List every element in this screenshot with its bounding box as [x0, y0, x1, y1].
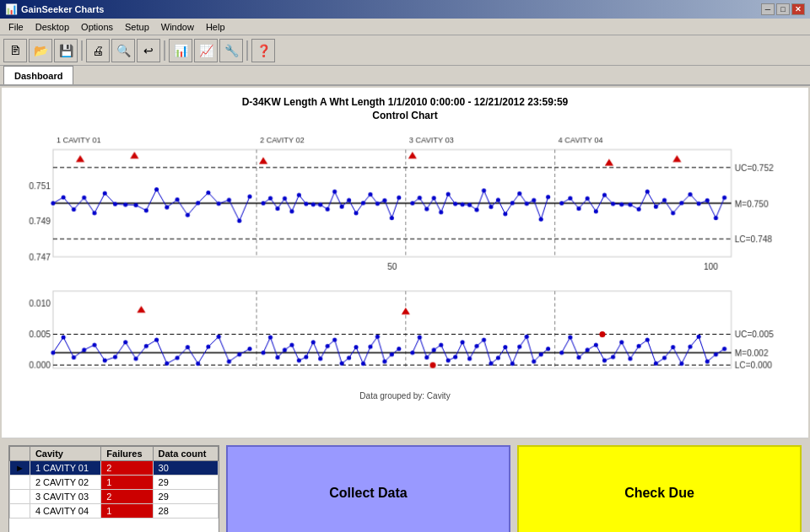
check-due-button[interactable]: Check Due: [517, 445, 802, 532]
row-failures: 1: [101, 504, 153, 519]
row-datacount: 29: [153, 476, 218, 490]
toolbar-btn-5[interactable]: ↩: [137, 39, 160, 62]
toolbar-btn-1[interactable]: 🖹: [3, 39, 27, 62]
toolbar-separator-1: [81, 40, 83, 61]
data-table-container: Cavity Failures Data count ►1 CAVITY 012…: [8, 445, 219, 532]
menu-bar: File Desktop Options Setup Window Help: [0, 19, 810, 35]
row-indicator: [10, 476, 30, 490]
col-cavity: Cavity: [30, 447, 100, 461]
toolbar-btn-8[interactable]: 🔧: [219, 39, 243, 62]
row-failures: 1: [101, 476, 153, 490]
row-datacount: 29: [153, 490, 218, 504]
row-indicator: ►: [10, 461, 30, 476]
table-row[interactable]: 2 CAVITY 02129: [10, 476, 219, 490]
tab-dashboard[interactable]: Dashboard: [3, 66, 73, 84]
table-row[interactable]: 3 CAVITY 03229: [10, 490, 219, 504]
chart-subtitle: Control Chart: [372, 110, 437, 121]
bottom-panel: Cavity Failures Data count ►1 CAVITY 012…: [2, 438, 808, 532]
row-cavity: 2 CAVITY 02: [30, 476, 100, 490]
app-title: GainSeeker Charts: [21, 4, 104, 14]
toolbar-btn-print[interactable]: 🖨: [86, 39, 110, 62]
table-row[interactable]: ►1 CAVITY 01230: [10, 461, 219, 476]
close-button[interactable]: ✕: [791, 3, 805, 15]
menu-desktop[interactable]: Desktop: [30, 20, 74, 34]
toolbar-btn-2[interactable]: 📂: [29, 39, 52, 62]
row-failures: 2: [101, 490, 153, 504]
toolbar-btn-4[interactable]: 🔍: [111, 39, 135, 62]
title-bar: 📊 GainSeeker Charts ─ □ ✕: [0, 0, 810, 19]
upper-chart: [10, 128, 800, 278]
collect-data-button[interactable]: Collect Data: [226, 445, 510, 532]
row-cavity: 4 CAVITY 04: [30, 504, 100, 519]
app-icon: 📊: [5, 3, 18, 15]
row-indicator: [10, 490, 30, 504]
data-table: Cavity Failures Data count ►1 CAVITY 012…: [9, 446, 219, 519]
menu-options[interactable]: Options: [76, 20, 118, 34]
col-indicator: [10, 447, 30, 461]
menu-help[interactable]: Help: [201, 20, 230, 34]
table-row[interactable]: 4 CAVITY 04128: [10, 504, 219, 519]
menu-window[interactable]: Window: [156, 20, 199, 34]
data-grouped-label: Data grouped by: Cavity: [359, 391, 450, 400]
charts-container: [10, 128, 800, 390]
menu-file[interactable]: File: [3, 20, 29, 34]
toolbar-separator-3: [246, 40, 248, 61]
toolbar-btn-7[interactable]: 📈: [194, 39, 218, 62]
row-failures: 2: [101, 461, 153, 476]
toolbar: 🖹 📂 💾 🖨 🔍 ↩ 📊 📈 🔧 ❓: [0, 35, 810, 66]
toolbar-separator-2: [164, 40, 165, 61]
col-datacount: Data count: [153, 447, 218, 461]
toolbar-btn-3[interactable]: 💾: [54, 39, 78, 62]
row-cavity: 1 CAVITY 01: [30, 461, 100, 476]
chart-title: D-34KW Length A Wht Length 1/1/2010 0:00…: [242, 96, 569, 108]
row-indicator: [10, 504, 30, 519]
main-content: D-34KW Length A Wht Length 1/1/2010 0:00…: [2, 88, 808, 532]
row-datacount: 30: [153, 461, 218, 476]
col-failures: Failures: [101, 447, 153, 461]
menu-setup[interactable]: Setup: [120, 20, 154, 34]
minimize-button[interactable]: ─: [761, 3, 775, 15]
tab-bar: Dashboard: [0, 66, 810, 86]
window-controls: ─ □ ✕: [761, 3, 805, 15]
toolbar-btn-6[interactable]: 📊: [169, 39, 192, 62]
maximize-button[interactable]: □: [776, 3, 790, 15]
toolbar-btn-help[interactable]: ❓: [251, 39, 275, 62]
row-datacount: 28: [153, 504, 218, 519]
chart-area: D-34KW Length A Wht Length 1/1/2010 0:00…: [2, 88, 808, 438]
row-cavity: 3 CAVITY 03: [30, 490, 100, 504]
lower-chart: [10, 278, 800, 390]
